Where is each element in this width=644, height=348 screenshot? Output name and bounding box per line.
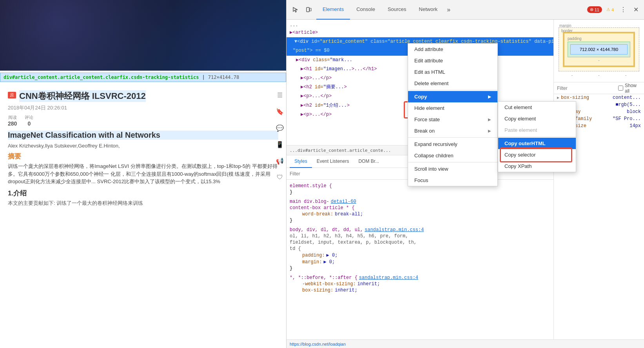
show-all-label: Show all: [625, 83, 641, 94]
article-area: 原 CNN卷积神经网络 ILSVRC-2012 2018年04月24日 20:2…: [0, 86, 286, 348]
article-title-area: 原 CNN卷积神经网络 ILSVRC-2012: [8, 90, 278, 102]
cm-add-attribute[interactable]: Add attribute: [408, 44, 497, 55]
computed-val-4: "SF Pro...: [613, 116, 641, 122]
yuan-badge: 原: [8, 92, 16, 98]
tab-sources[interactable]: Sources: [381, 0, 413, 20]
breadcrumb-selector[interactable]: div#article_content.article_conte...: [298, 148, 391, 153]
css-rule-selector-1: main div.blog-: [290, 199, 329, 204]
page-content: div#article_content.article_content.clea…: [0, 0, 286, 348]
show-all-checkbox[interactable]: Show all: [618, 83, 641, 94]
section-abstract: 摘要: [8, 152, 278, 161]
box-model-area: margin border padding 712.002 × 4144.780…: [554, 20, 644, 82]
tab-event-listeners[interactable]: Event Listeners: [312, 155, 354, 168]
content-box-dims: 712.002 × 4144.780: [570, 44, 628, 55]
cm-force-arrow: ▶: [488, 117, 491, 122]
css-source-link-3[interactable]: sandalstrap.min.css:4: [359, 275, 418, 281]
tab-elements[interactable]: Elements: [316, 0, 350, 20]
box-dims: 712.002 × 4144.780: [580, 47, 618, 52]
css-rule-boxsizing: *, *::before, *::after { sandalstrap.min…: [287, 273, 553, 295]
devtools-toolbar: Elements Console Sources Network » ⊗ 11 …: [287, 0, 644, 20]
abstract-text: 训练一个庞大的深层卷积神经网络，将ImageNet LSVI 分辨率图像进行分类…: [8, 162, 278, 186]
devtools-right-panel: margin border padding 712.002 × 4144.780…: [554, 20, 644, 339]
svg-rect-1: [310, 8, 311, 11]
cm-copy-outerhtml[interactable]: Copy outerHTML: [498, 138, 576, 149]
tab-console[interactable]: Console: [350, 0, 381, 20]
article-title: CNN卷积神经网络 ILSVRC-2012: [19, 90, 146, 102]
select-element-button[interactable]: [290, 4, 301, 16]
error-icon: ⊗: [590, 7, 593, 12]
dom-line-article[interactable]: ▶<article>: [287, 28, 553, 37]
sidebar-icons: ☰ 🔖 💬 📱 📢 🛡: [274, 86, 286, 182]
comment-icon[interactable]: 💬: [275, 123, 285, 133]
css-rules-area: element.style { } main div.blog- detail-…: [287, 180, 553, 339]
computed-val-5: 14px: [629, 123, 641, 129]
box-model-diagram: margin border padding 712.002 × 4144.780…: [557, 23, 641, 79]
cm-separator-3: [408, 162, 497, 162]
dom-more-top[interactable]: ...: [287, 21, 553, 28]
element-highlight-bar: div#article_content.article_content.clea…: [0, 73, 286, 82]
error-badge: ⊗ 11: [587, 6, 602, 13]
margin-values: - - -: [559, 73, 639, 77]
cm-copy-element[interactable]: Copy element: [498, 113, 576, 124]
element-separator: |: [202, 75, 205, 80]
cm-cut-element[interactable]: Cut element: [498, 102, 576, 113]
padding-box: 712.002 × 4144.780: [568, 42, 630, 57]
wechat-icon[interactable]: 📱: [275, 140, 285, 149]
border-label: border: [561, 29, 573, 33]
element-selector: div#article_content.article_content.clea…: [4, 75, 199, 80]
cm-hide-element[interactable]: Hide element: [408, 102, 497, 114]
cm-copy[interactable]: Copy ▶: [408, 91, 497, 102]
computed-filter-input[interactable]: [557, 86, 616, 91]
cm-edit-attribute[interactable]: Edit attribute: [408, 55, 497, 66]
article-authors: Alex Krizhevsky,Ilya Sutskever,Geoffrey …: [8, 143, 278, 149]
cm-focus[interactable]: Focus: [408, 175, 497, 186]
computed-val-2: ■rgb(5...: [615, 102, 641, 107]
expand-arrow[interactable]: ▶: [557, 95, 559, 100]
cm-break-arrow: ▶: [488, 129, 491, 133]
more-tabs-button[interactable]: »: [444, 0, 454, 20]
context-menu-primary: Add attribute Edit attribute Edit as HTM…: [408, 43, 498, 186]
css-rule-reset: body, div, dl, dt, dd, ul, sandalstrap.m…: [287, 225, 553, 273]
warn-icon: ⚠: [606, 7, 610, 12]
bookmark-icon[interactable]: 🔖: [275, 107, 285, 116]
stat-comment: 评论 0: [25, 115, 33, 127]
computed-val: content...: [613, 95, 641, 100]
css-source-link-2[interactable]: sandalstrap.min.css:4: [365, 227, 424, 233]
toc-icon[interactable]: ☰: [275, 90, 285, 100]
show-all-check[interactable]: [618, 86, 623, 91]
weibo-icon[interactable]: 📢: [275, 156, 285, 166]
cm-paste-element[interactable]: Paste element: [498, 124, 576, 136]
toolbar-right: ⊗ 11 ⚠ 4 ⋮ ✕: [587, 5, 641, 15]
devtools-statusbar: https://blog.csdn.net/loadqian: [287, 339, 644, 348]
context-menu-copy-submenu: Cut element Copy element Paste element C…: [498, 101, 576, 172]
tab-dom-breakpoints[interactable]: DOM Br...: [354, 155, 384, 168]
cm-edit-as-html[interactable]: Edit as HTML: [408, 66, 497, 78]
cm-force-state[interactable]: Force state ▶: [408, 114, 497, 125]
css-pseudo-selector: *, *::before, *::after {: [290, 275, 357, 281]
cm-expand-recursively[interactable]: Expand recursively: [408, 138, 497, 150]
css-source-link-1[interactable]: detail-60: [331, 199, 356, 204]
section-intro: 1.介绍: [8, 189, 278, 198]
page-header: [0, 0, 286, 71]
warn-badge: ⚠ 4: [604, 6, 616, 13]
cm-copy-selector[interactable]: Copy selector: [498, 149, 576, 160]
cm-delete-element[interactable]: Delete element: [408, 78, 497, 89]
tab-styles[interactable]: Styles: [290, 155, 312, 168]
breadcrumb-more[interactable]: ...: [290, 148, 298, 153]
close-devtools-button[interactable]: ✕: [631, 5, 641, 15]
cm-scroll-into-view[interactable]: Scroll into view: [408, 163, 497, 175]
devtools-tabs: Elements Console Sources Network »: [316, 0, 586, 20]
padding-dash: -: [568, 58, 630, 62]
tab-network[interactable]: Network: [413, 0, 444, 20]
shield-icon[interactable]: 🛡: [275, 173, 285, 182]
article-date: 2018年04月24日 20:26:01: [8, 104, 278, 111]
warn-count: 4: [611, 7, 614, 12]
settings-button[interactable]: ⋮: [618, 5, 628, 15]
cm-copy-xpath[interactable]: Copy XPath: [498, 160, 576, 172]
computed-item-boxsizing: ▶ box-sizing content...: [554, 94, 644, 101]
intro-text: 本文的主要贡献如下: 训练了一个最大的卷积神经网络来训练: [8, 199, 278, 207]
cm-collapse-children[interactable]: Collapse children: [408, 150, 497, 161]
cm-separator-1: [408, 90, 497, 90]
cm-break-on[interactable]: Break on ▶: [408, 125, 497, 137]
device-toolbar-button[interactable]: [303, 4, 315, 16]
